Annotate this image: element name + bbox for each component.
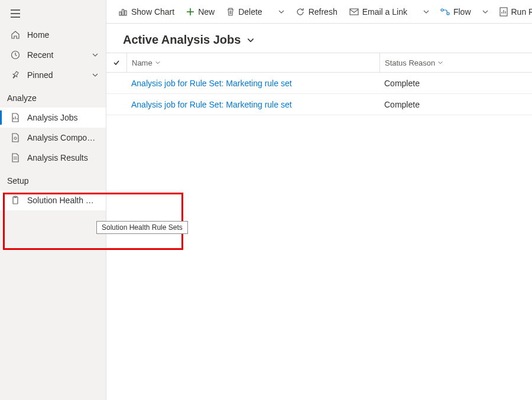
refresh-button[interactable]: Refresh	[291, 2, 342, 21]
svg-rect-9	[125, 11, 126, 15]
sidebar-item-label: Home	[27, 30, 99, 40]
button-label: Email a Link	[362, 7, 407, 17]
record-link[interactable]: Analysis job for Rule Set: Marketing rul…	[126, 100, 379, 109]
chart-icon	[118, 7, 128, 17]
view-header[interactable]: Active Analysis Jobs	[106, 24, 532, 53]
delete-button[interactable]: Delete	[222, 2, 267, 21]
button-label: Refresh	[309, 7, 338, 17]
flow-button[interactable]: Flow	[436, 2, 476, 21]
data-grid: Name Status Reason Analysis job for Rule…	[106, 53, 532, 115]
table-header: Name Status Reason	[106, 53, 532, 73]
svg-rect-8	[122, 9, 124, 15]
email-link-button[interactable]: Email a Link	[345, 2, 412, 21]
show-chart-button[interactable]: Show Chart	[113, 2, 179, 21]
chevron-down-icon	[246, 36, 255, 44]
svg-point-11	[441, 9, 443, 11]
column-header-status[interactable]: Status Reason	[379, 53, 532, 72]
svg-rect-7	[119, 12, 121, 15]
svg-rect-10	[350, 9, 358, 15]
delete-dropdown[interactable]	[274, 2, 288, 21]
button-label: Show Chart	[131, 7, 174, 17]
sidebar-item-label: Recent	[27, 50, 92, 60]
sidebar-item-label: Analysis Jobs	[27, 113, 99, 122]
hamburger-icon	[11, 9, 99, 18]
sidebar-item-label: Analysis Results	[27, 153, 99, 162]
run-report-button[interactable]: Run Report	[495, 2, 533, 21]
app-root: Home Recent Pinned Analyze An	[0, 0, 532, 400]
table-row[interactable]: Analysis job for Rule Set: Marketing rul…	[106, 94, 532, 115]
email-dropdown[interactable]	[419, 2, 433, 21]
button-label: Delete	[238, 7, 262, 17]
mail-icon	[349, 8, 359, 16]
sidebar-item-solution-health[interactable]: Solution Health Rule ...	[0, 190, 106, 210]
svg-point-4	[14, 137, 17, 139]
sidebar-item-analysis-results[interactable]: Analysis Results	[0, 148, 106, 168]
main-content: Show Chart New Delete	[106, 0, 532, 400]
home-icon	[11, 30, 21, 40]
document-gear-icon	[11, 133, 21, 142]
refresh-icon	[296, 7, 305, 17]
sidebar-item-analysis-jobs[interactable]: Analysis Jobs	[0, 108, 106, 128]
table-row[interactable]: Analysis job for Rule Set: Marketing rul…	[106, 73, 532, 94]
flow-dropdown[interactable]	[478, 2, 492, 21]
column-label: Name	[132, 58, 153, 67]
document-icon	[11, 153, 21, 162]
chevron-down-icon	[92, 71, 99, 79]
column-label: Status Reason	[385, 58, 435, 67]
sidebar-item-label: Pinned	[27, 70, 92, 80]
button-label: New	[198, 7, 215, 17]
trash-icon	[226, 7, 235, 17]
hamburger-button[interactable]	[0, 5, 106, 25]
plus-icon	[186, 8, 194, 16]
status-cell: Complete	[379, 100, 532, 109]
svg-point-12	[447, 12, 449, 15]
document-chart-icon	[11, 113, 21, 122]
sidebar: Home Recent Pinned Analyze An	[0, 0, 106, 400]
select-all-checkbox[interactable]	[106, 59, 126, 66]
column-header-name[interactable]: Name	[126, 53, 379, 72]
sidebar-item-analysis-components[interactable]: Analysis Components	[0, 128, 106, 148]
clipboard-icon	[11, 196, 21, 205]
status-cell: Complete	[379, 79, 532, 88]
chevron-down-icon	[92, 51, 99, 58]
new-button[interactable]: New	[181, 2, 219, 21]
flow-icon	[440, 8, 450, 16]
pin-icon	[11, 70, 21, 80]
sidebar-item-recent[interactable]: Recent	[0, 45, 106, 65]
view-title: Active Analysis Jobs	[123, 33, 241, 47]
sidebar-item-home[interactable]: Home	[0, 25, 106, 45]
sidebar-item-pinned[interactable]: Pinned	[0, 65, 106, 85]
sidebar-item-label: Analysis Components	[27, 133, 99, 142]
sidebar-section-analyze: Analyze	[0, 85, 106, 108]
tooltip: Solution Health Rule Sets	[96, 221, 188, 234]
command-bar: Show Chart New Delete	[106, 0, 532, 24]
clock-icon	[11, 50, 21, 60]
report-icon	[499, 7, 508, 17]
sidebar-section-setup: Setup	[0, 168, 106, 190]
button-label: Flow	[453, 7, 471, 17]
record-link[interactable]: Analysis job for Rule Set: Marketing rul…	[126, 79, 379, 88]
button-label: Run Report	[511, 7, 533, 17]
sidebar-item-label: Solution Health Rule ...	[27, 196, 99, 205]
